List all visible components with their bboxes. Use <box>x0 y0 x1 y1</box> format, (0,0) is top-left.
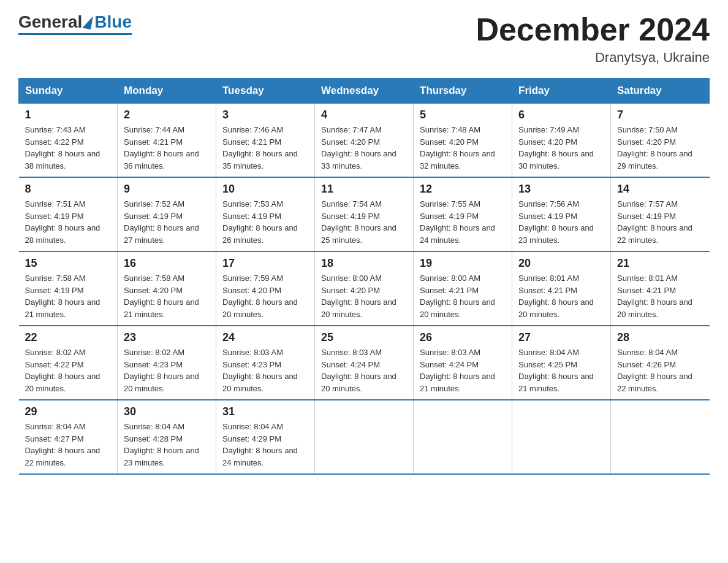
calendar-cell: 23 Sunrise: 8:02 AM Sunset: 4:23 PM Dayl… <box>118 326 216 400</box>
day-number: 25 <box>321 331 407 344</box>
sunset-label: Sunset: 4:21 PM <box>420 286 479 295</box>
day-info: Sunrise: 7:44 AM Sunset: 4:21 PM Dayligh… <box>124 124 210 172</box>
day-number: 30 <box>124 405 210 418</box>
day-number: 15 <box>25 257 112 270</box>
day-info: Sunrise: 7:55 AM Sunset: 4:19 PM Dayligh… <box>420 198 506 246</box>
weekday-header-row: SundayMondayTuesdayWednesdayThursdayFrid… <box>19 79 710 104</box>
calendar-cell <box>315 400 414 474</box>
weekday-header-tuesday: Tuesday <box>216 79 315 104</box>
calendar-cell: 8 Sunrise: 7:51 AM Sunset: 4:19 PM Dayli… <box>19 177 118 251</box>
sunset-label: Sunset: 4:23 PM <box>124 360 183 369</box>
day-info: Sunrise: 8:04 AM Sunset: 4:28 PM Dayligh… <box>124 421 210 469</box>
calendar-cell: 12 Sunrise: 7:55 AM Sunset: 4:19 PM Dayl… <box>414 177 512 251</box>
day-info: Sunrise: 8:02 AM Sunset: 4:22 PM Dayligh… <box>25 347 112 394</box>
title-section: December 2024 Dranytsya, Ukraine <box>476 12 710 66</box>
sunset-label: Sunset: 4:19 PM <box>25 286 84 295</box>
daylight-label: Daylight: 8 hours and 27 minutes. <box>124 223 199 245</box>
calendar-cell: 26 Sunrise: 8:03 AM Sunset: 4:24 PM Dayl… <box>414 326 512 400</box>
day-info: Sunrise: 8:01 AM Sunset: 4:21 PM Dayligh… <box>617 272 703 320</box>
calendar-week-5: 29 Sunrise: 8:04 AM Sunset: 4:27 PM Dayl… <box>19 400 710 474</box>
day-number: 13 <box>518 183 604 196</box>
sunset-label: Sunset: 4:23 PM <box>222 360 281 369</box>
day-info: Sunrise: 8:04 AM Sunset: 4:29 PM Dayligh… <box>222 421 308 469</box>
calendar-cell: 6 Sunrise: 7:49 AM Sunset: 4:20 PM Dayli… <box>512 104 611 178</box>
calendar-cell: 4 Sunrise: 7:47 AM Sunset: 4:20 PM Dayli… <box>315 104 414 178</box>
calendar-cell: 15 Sunrise: 7:58 AM Sunset: 4:19 PM Dayl… <box>19 251 118 326</box>
daylight-label: Daylight: 8 hours and 23 minutes. <box>518 223 594 245</box>
calendar-cell: 19 Sunrise: 8:00 AM Sunset: 4:21 PM Dayl… <box>414 251 512 326</box>
sunset-label: Sunset: 4:19 PM <box>518 212 577 221</box>
day-info: Sunrise: 7:52 AM Sunset: 4:19 PM Dayligh… <box>124 198 210 246</box>
day-info: Sunrise: 7:53 AM Sunset: 4:19 PM Dayligh… <box>222 198 308 246</box>
day-info: Sunrise: 7:58 AM Sunset: 4:19 PM Dayligh… <box>25 272 112 320</box>
calendar-cell: 18 Sunrise: 8:00 AM Sunset: 4:20 PM Dayl… <box>315 251 414 326</box>
day-info: Sunrise: 7:46 AM Sunset: 4:21 PM Dayligh… <box>222 124 308 172</box>
day-info: Sunrise: 8:00 AM Sunset: 4:20 PM Dayligh… <box>321 272 407 320</box>
sunset-label: Sunset: 4:24 PM <box>420 360 479 369</box>
sunrise-label: Sunrise: 8:03 AM <box>420 348 480 357</box>
sunrise-label: Sunrise: 8:02 AM <box>124 348 184 357</box>
day-info: Sunrise: 7:49 AM Sunset: 4:20 PM Dayligh… <box>518 124 604 172</box>
calendar-cell: 7 Sunrise: 7:50 AM Sunset: 4:20 PM Dayli… <box>611 104 710 178</box>
day-info: Sunrise: 7:48 AM Sunset: 4:20 PM Dayligh… <box>420 124 506 172</box>
daylight-label: Daylight: 8 hours and 20 minutes. <box>124 372 199 393</box>
daylight-label: Daylight: 8 hours and 38 minutes. <box>25 149 100 170</box>
daylight-label: Daylight: 8 hours and 28 minutes. <box>25 223 100 245</box>
day-number: 22 <box>25 331 112 344</box>
calendar-cell: 3 Sunrise: 7:46 AM Sunset: 4:21 PM Dayli… <box>216 104 315 178</box>
daylight-label: Daylight: 8 hours and 29 minutes. <box>617 149 692 170</box>
day-number: 16 <box>124 257 210 270</box>
logo: General Blue <box>18 12 132 35</box>
sunrise-label: Sunrise: 7:54 AM <box>321 199 382 209</box>
calendar-cell: 27 Sunrise: 8:04 AM Sunset: 4:25 PM Dayl… <box>512 326 611 400</box>
day-number: 10 <box>222 183 308 196</box>
calendar-cell: 13 Sunrise: 7:56 AM Sunset: 4:19 PM Dayl… <box>512 177 611 251</box>
day-info: Sunrise: 8:04 AM Sunset: 4:26 PM Dayligh… <box>617 347 703 394</box>
daylight-label: Daylight: 8 hours and 20 minutes. <box>617 297 692 319</box>
daylight-label: Daylight: 8 hours and 20 minutes. <box>420 297 495 319</box>
day-number: 4 <box>321 109 407 121</box>
sunrise-label: Sunrise: 8:01 AM <box>617 274 678 283</box>
daylight-label: Daylight: 8 hours and 33 minutes. <box>321 149 396 170</box>
day-info: Sunrise: 7:50 AM Sunset: 4:20 PM Dayligh… <box>617 124 703 172</box>
calendar-table: SundayMondayTuesdayWednesdayThursdayFrid… <box>18 78 710 475</box>
calendar-cell <box>414 400 512 474</box>
day-info: Sunrise: 8:03 AM Sunset: 4:23 PM Dayligh… <box>222 347 308 394</box>
daylight-label: Daylight: 8 hours and 30 minutes. <box>518 149 594 170</box>
daylight-label: Daylight: 8 hours and 20 minutes. <box>518 297 594 319</box>
day-number: 21 <box>617 257 703 270</box>
sunrise-label: Sunrise: 7:43 AM <box>25 125 86 134</box>
day-number: 8 <box>25 183 112 196</box>
daylight-label: Daylight: 8 hours and 20 minutes. <box>222 372 298 393</box>
daylight-label: Daylight: 8 hours and 21 minutes. <box>518 372 594 393</box>
sunrise-label: Sunrise: 7:46 AM <box>222 125 283 134</box>
sunrise-label: Sunrise: 7:49 AM <box>518 125 579 134</box>
sunrise-label: Sunrise: 7:53 AM <box>222 199 283 209</box>
weekday-header-sunday: Sunday <box>19 79 118 104</box>
daylight-label: Daylight: 8 hours and 20 minutes. <box>25 372 100 393</box>
daylight-label: Daylight: 8 hours and 22 minutes. <box>25 446 100 467</box>
day-number: 5 <box>420 109 506 121</box>
weekday-header-thursday: Thursday <box>414 79 512 104</box>
day-number: 20 <box>518 257 604 270</box>
day-number: 7 <box>617 109 703 121</box>
day-number: 12 <box>420 183 506 196</box>
day-number: 31 <box>222 405 308 418</box>
daylight-label: Daylight: 8 hours and 21 minutes. <box>25 297 100 319</box>
sunrise-label: Sunrise: 7:58 AM <box>25 274 86 283</box>
day-info: Sunrise: 7:56 AM Sunset: 4:19 PM Dayligh… <box>518 198 604 246</box>
daylight-label: Daylight: 8 hours and 23 minutes. <box>124 446 199 467</box>
day-info: Sunrise: 7:51 AM Sunset: 4:19 PM Dayligh… <box>25 198 112 246</box>
day-number: 28 <box>617 331 703 344</box>
day-info: Sunrise: 8:02 AM Sunset: 4:23 PM Dayligh… <box>124 347 210 394</box>
daylight-label: Daylight: 8 hours and 22 minutes. <box>617 372 692 393</box>
daylight-label: Daylight: 8 hours and 26 minutes. <box>222 223 298 245</box>
calendar-cell: 29 Sunrise: 8:04 AM Sunset: 4:27 PM Dayl… <box>19 400 118 474</box>
sunset-label: Sunset: 4:29 PM <box>222 434 281 443</box>
sunset-label: Sunset: 4:19 PM <box>420 212 479 221</box>
calendar-cell: 16 Sunrise: 7:58 AM Sunset: 4:20 PM Dayl… <box>118 251 216 326</box>
daylight-label: Daylight: 8 hours and 22 minutes. <box>617 223 692 245</box>
calendar-cell: 25 Sunrise: 8:03 AM Sunset: 4:24 PM Dayl… <box>315 326 414 400</box>
calendar-cell: 10 Sunrise: 7:53 AM Sunset: 4:19 PM Dayl… <box>216 177 315 251</box>
daylight-label: Daylight: 8 hours and 32 minutes. <box>420 149 495 170</box>
